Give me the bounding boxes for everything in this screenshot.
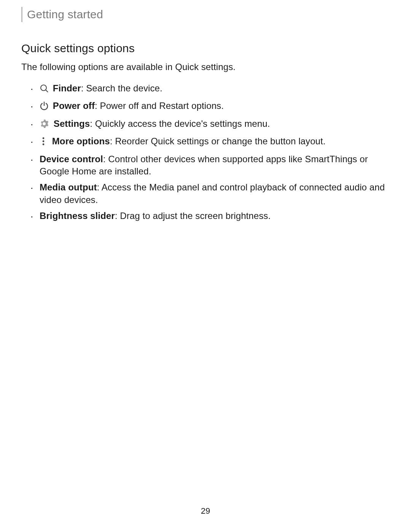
item-label: Settings (54, 118, 90, 129)
item-desc: : Reorder Quick settings or change the b… (110, 136, 326, 146)
options-list: Finder: Search the device. Power off: Po… (21, 82, 388, 222)
item-desc: : Quickly access the device's settings m… (90, 118, 270, 129)
svg-point-0 (41, 85, 46, 91)
item-label: More options (52, 136, 110, 146)
item-label: Device control (40, 154, 103, 164)
svg-point-4 (43, 137, 45, 139)
list-item: Power off: Power off and Restart options… (32, 100, 388, 113)
list-item: More options: Reorder Quick settings or … (32, 135, 388, 149)
list-item: Finder: Search the device. (32, 82, 388, 96)
header-title: Getting started (27, 8, 103, 21)
svg-point-6 (43, 144, 45, 145)
svg-point-3 (43, 123, 45, 125)
search-icon (40, 84, 49, 96)
svg-line-1 (46, 90, 48, 92)
item-desc: : Power off and Restart options. (95, 101, 224, 111)
list-item: Brightness slider: Drag to adjust the sc… (32, 210, 388, 222)
page-header: Getting started (21, 7, 388, 22)
svg-point-5 (43, 141, 45, 142)
item-label: Finder (53, 83, 81, 93)
item-desc: : Drag to adjust the screen brightness. (115, 211, 271, 221)
list-item: Media output: Access the Media panel and… (32, 181, 388, 206)
list-item: Device control: Control other devices wh… (32, 153, 388, 178)
item-label: Brightness slider (40, 211, 115, 221)
gear-icon (40, 119, 49, 131)
item-desc: : Search the device. (81, 83, 162, 93)
item-label: Power off (53, 101, 95, 111)
section-title: Quick settings options (21, 42, 388, 55)
section-intro: The following options are available in Q… (21, 62, 388, 72)
item-label: Media output (40, 182, 97, 192)
list-item: Settings: Quickly access the device's se… (32, 118, 388, 131)
power-icon (40, 101, 49, 113)
page-number: 29 (0, 506, 411, 516)
more-icon (40, 137, 47, 149)
